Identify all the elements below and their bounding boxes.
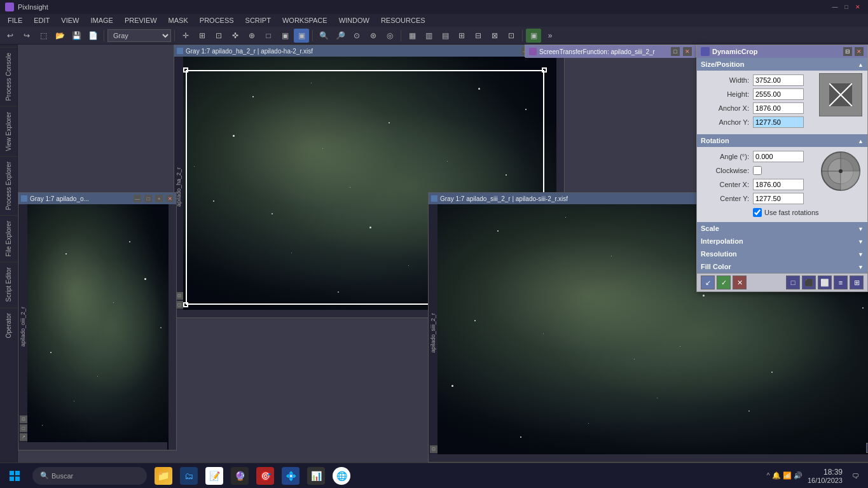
maximize-button[interactable]: □	[841, 2, 851, 12]
hist-btn[interactable]: ▦	[404, 29, 420, 43]
menu-file[interactable]: FILE	[3, 14, 27, 27]
use-fast-checkbox[interactable]	[753, 208, 762, 217]
preview-icon-oiii[interactable]: ◻	[20, 424, 27, 432]
active-view-btn[interactable]: ▣	[526, 29, 541, 43]
zoom-out-btn[interactable]: 🔎	[333, 29, 348, 43]
dc-close-btn[interactable]: ✕	[855, 47, 864, 56]
menu-preview[interactable]: PREVIEW	[120, 14, 162, 27]
pan-button[interactable]: ✜	[228, 29, 243, 43]
dc-browse-btn[interactable]: ≡	[834, 275, 848, 289]
sidebar-tab-operator[interactable]: Operator	[0, 307, 17, 343]
center-x-input[interactable]	[753, 179, 804, 190]
taskbar-icon-files[interactable]: 📁	[151, 464, 176, 488]
search-bar[interactable]: 🔍 Buscar	[32, 467, 147, 485]
extra-btn2[interactable]: ⊠	[487, 29, 502, 43]
dc-apply-btn[interactable]: ✓	[717, 275, 731, 289]
dc-new-instance-btn[interactable]: □	[786, 275, 800, 289]
grid-btn[interactable]: ⊞	[454, 29, 469, 43]
menu-view[interactable]: VIEW	[56, 14, 84, 27]
sidebar-tab-process-console[interactable]: Process Console	[0, 47, 17, 106]
width-input[interactable]	[753, 74, 804, 86]
taskbar-icon-app4[interactable]: 📊	[304, 464, 328, 488]
stf-close-btn[interactable]: ✕	[683, 47, 692, 56]
rotation-header[interactable]: Rotation	[697, 134, 867, 147]
menu-window[interactable]: WINDOW	[334, 14, 375, 27]
stf-restore-btn[interactable]: □	[671, 47, 680, 56]
dc-float-btn[interactable]: ⊟	[843, 47, 852, 56]
stats-btn[interactable]: ▥	[421, 29, 436, 43]
menu-process[interactable]: PROCESS	[195, 14, 239, 27]
curve-btn[interactable]: ▤	[437, 29, 453, 43]
dc-save-btn[interactable]: ⬛	[802, 275, 816, 289]
preview-button[interactable]: ▣	[277, 29, 293, 43]
extra-btn3[interactable]: ⊡	[504, 29, 519, 43]
interpolation-header[interactable]: Interpolation	[697, 235, 867, 247]
color-profile-select[interactable]: Gray RGB	[107, 29, 171, 42]
zoom-fit-button[interactable]: ⊡	[211, 29, 226, 43]
resize-icon-oiii[interactable]: ↗	[20, 433, 27, 441]
more-btn[interactable]: »	[542, 29, 558, 43]
sidebar-tab-view-explorer[interactable]: View Explorer	[0, 106, 17, 157]
resolution-header[interactable]: Resolution	[697, 247, 867, 260]
menu-resources[interactable]: RESOURCES	[376, 14, 431, 27]
menu-workspace[interactable]: WORKSPACE	[277, 14, 333, 27]
close-button[interactable]: ✕	[853, 2, 863, 12]
taskbar-icon-app2[interactable]: 🎯	[253, 464, 277, 488]
center-y-input[interactable]	[753, 193, 804, 204]
sidebar-tab-process-explorer[interactable]: Process Explorer	[0, 156, 17, 215]
fill-color-header[interactable]: Fill Color	[697, 260, 867, 273]
fit-button[interactable]: ⊞	[195, 29, 210, 43]
taskbar: 🔍 Buscar 📁 🗂 📝 🔮 🎯 💠 📊 🌐 ^ 🔔 📶 🔊 18:39 1…	[0, 463, 868, 488]
clock[interactable]: 18:39 16/10/2023	[808, 468, 843, 484]
angle-input[interactable]	[753, 151, 804, 162]
crop-button[interactable]: □	[261, 29, 276, 43]
menu-edit[interactable]: EDIT	[29, 14, 55, 27]
clockwise-checkbox[interactable]	[753, 166, 762, 175]
dc-cancel-btn[interactable]: ✕	[733, 275, 747, 289]
minimize-button[interactable]: —	[830, 2, 840, 12]
menu-mask[interactable]: MASK	[163, 14, 193, 27]
img-minimize-oiii[interactable]: —	[134, 195, 141, 202]
scrollbar-v-oiii[interactable]	[169, 204, 176, 442]
target-button[interactable]: ⊕	[244, 29, 259, 43]
zoom-icon-siii[interactable]: ⊡	[430, 445, 437, 453]
anchor-x-input[interactable]	[753, 102, 804, 114]
active-button[interactable]: ▣	[294, 29, 309, 43]
size-position-header[interactable]: Size/Position	[697, 58, 867, 71]
scrollbar-h-siii[interactable]	[429, 454, 868, 462]
redo-button[interactable]: ↪	[19, 29, 34, 43]
height-input[interactable]	[753, 88, 804, 100]
notification-button[interactable]: 🗨	[848, 464, 863, 488]
menu-script[interactable]: SCRIPT	[240, 14, 276, 27]
zoom-3-btn[interactable]: ◎	[382, 29, 397, 43]
dc-load-btn[interactable]: ⬜	[818, 275, 832, 289]
zoom-1-btn[interactable]: ⊙	[349, 29, 364, 43]
select-button[interactable]: ⬚	[36, 29, 51, 43]
taskbar-icon-chrome[interactable]: 🌐	[329, 464, 354, 488]
extra-btn1[interactable]: ⊟	[471, 29, 486, 43]
img-close-oiii[interactable]: ✕	[166, 195, 174, 202]
zoom-2-btn[interactable]: ⊛	[366, 29, 381, 43]
zoom-icon-oiii[interactable]: ⊡	[20, 415, 27, 423]
sidebar-tab-script-editor[interactable]: Script Editor	[0, 261, 17, 307]
cursor-button[interactable]: ✛	[178, 29, 193, 43]
taskbar-icon-app3[interactable]: 💠	[279, 464, 303, 488]
undo-button[interactable]: ↩	[3, 29, 18, 43]
menu-image[interactable]: IMAGE	[85, 14, 118, 27]
taskbar-icon-explorer[interactable]: 🗂	[177, 464, 201, 488]
taskbar-icon-notepad[interactable]: 📝	[202, 464, 226, 488]
scrollbar-h-oiii[interactable]	[18, 442, 167, 450]
zoom-in-btn[interactable]: 🔍	[316, 29, 331, 43]
dc-help-btn[interactable]: ⊞	[850, 275, 864, 289]
start-button[interactable]	[0, 463, 29, 489]
open-button[interactable]: 📂	[52, 29, 67, 43]
img-maximize-oiii[interactable]: +	[155, 195, 163, 202]
img-restore-oiii[interactable]: □	[144, 195, 152, 202]
sidebar-tab-file-explorer[interactable]: File Explorer	[0, 215, 17, 261]
save-button[interactable]: 💾	[69, 29, 84, 43]
save-as-button[interactable]: 📄	[85, 29, 100, 43]
anchor-y-input[interactable]	[753, 116, 804, 128]
scale-header[interactable]: Scale	[697, 222, 867, 235]
taskbar-icon-app1[interactable]: 🔮	[228, 464, 252, 488]
dc-arrow-btn[interactable]: ↙	[701, 275, 715, 289]
